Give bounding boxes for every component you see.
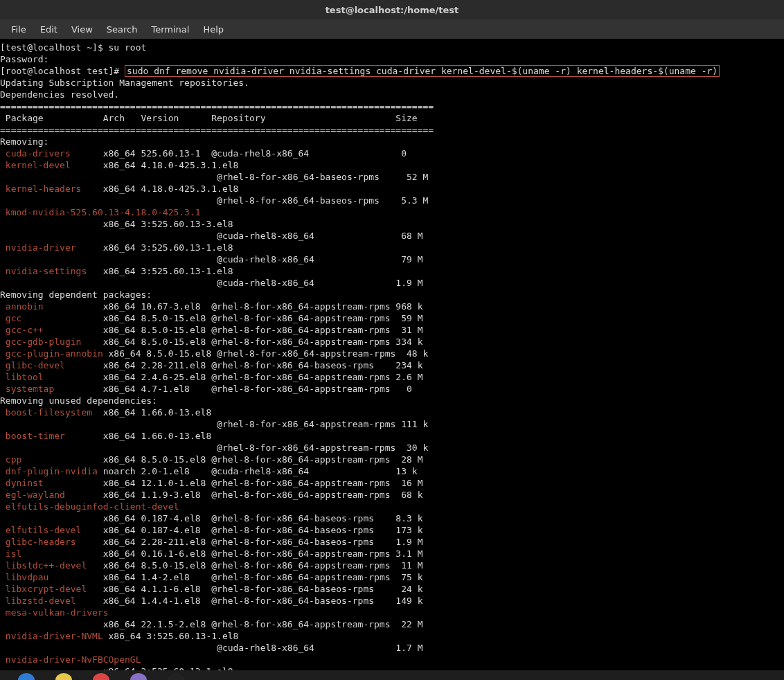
package-name: boost-timer [6,431,65,441]
package-name: isl [6,548,21,559]
package-name: mesa-vulkan-drivers [6,607,109,618]
package-name: glibc-headers [6,537,76,547]
window-title: test@localhost:/home/test [326,5,459,15]
package-name: elfutils-devel [6,525,82,535]
menu-edit[interactable]: Edit [33,21,64,37]
package-name: gcc-c++ [6,325,44,335]
package-name: cpp [6,454,21,465]
menu-terminal[interactable]: Terminal [144,21,196,37]
package-name: libtool [6,372,44,382]
package-name: nvidia-driver-NvFBCOpenGL [6,654,141,665]
package-name: kernel-headers [6,184,82,194]
menu-help[interactable]: Help [196,21,231,37]
package-name: kmod-nvidia-525.60.13-4.18.0-425.3.1 [6,207,201,217]
package-name: libxcrypt-devel [6,584,87,594]
taskbar-browser-icon[interactable] [18,673,35,680]
taskbar-settings-icon[interactable] [93,673,109,680]
package-name: nvidia-settings [6,266,87,276]
package-name: kernel-devel [6,160,71,170]
package-name: libstdc++-devel [6,560,87,571]
menu-file[interactable]: File [4,21,33,37]
package-name: libvdpau [6,572,49,582]
package-name: gcc [6,313,21,323]
package-name: systemtap [6,384,54,394]
menu-view[interactable]: View [64,21,100,37]
taskbar-music-icon[interactable] [130,673,147,680]
menubar: File Edit View Search Terminal Help [0,19,784,39]
package-name: boost-filesystem [6,407,92,418]
package-name: nvidia-driver-NVML [6,631,103,641]
taskbar-files-icon[interactable] [55,673,72,680]
package-name: egl-wayland [6,490,65,500]
package-name: nvidia-driver [6,242,76,253]
taskbar-terminal-icon[interactable] [168,673,184,680]
package-name: elfutils-debuginfod-client-devel [6,501,179,512]
package-name: dyninst [6,478,44,488]
package-name: gcc-gdb-plugin [6,337,82,347]
menu-search[interactable]: Search [100,21,145,37]
package-name: gcc-plugin-annobin [6,348,103,359]
package-name: glibc-devel [6,360,65,370]
highlighted-command: sudo dnf remove nvidia-driver nvidia-set… [125,65,720,77]
window-titlebar: test@localhost:/home/test [0,0,784,19]
package-name: libzstd-devel [6,596,76,606]
taskbar [0,670,784,680]
package-name: dnf-plugin-nvidia [6,466,98,476]
package-name: cuda-drivers [6,148,71,159]
terminal-output[interactable]: [test@localhost ~]$ su root Password: [r… [0,39,784,670]
package-name: annobin [6,301,44,312]
